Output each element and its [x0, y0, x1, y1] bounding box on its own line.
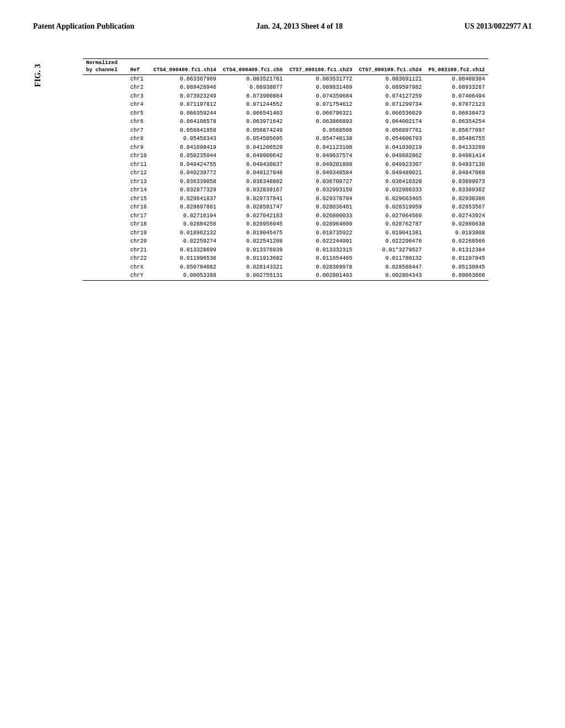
- cell-r8-c5: 0.041030219: [355, 143, 425, 152]
- cell-r14-c0: [83, 195, 127, 204]
- cell-r16-c0: [83, 212, 127, 221]
- cell-r13-c2: 0.032877329: [150, 186, 220, 195]
- figure-label: FIG. 3: [33, 64, 42, 87]
- cell-r2-c6: 0.07406494: [425, 92, 488, 101]
- table-row: chrY0.000533880.0027551310.0028014930.00…: [83, 271, 488, 280]
- cell-r15-c5: 0.028319959: [355, 203, 425, 212]
- cell-r15-c2: 0.028697801: [150, 203, 220, 212]
- cell-r12-c6: 0.03609073: [425, 178, 488, 186]
- col-header-cts4-ch5: CTS4_090409.fc1.ch5: [220, 59, 286, 75]
- cell-r12-c1: chr13: [127, 178, 150, 186]
- cell-r13-c5: 0.032986333: [355, 186, 425, 195]
- cell-r17-c5: 0.028762787: [355, 220, 425, 229]
- cell-r3-c3: 0.071244552: [220, 100, 286, 109]
- cell-r11-c1: chr12: [127, 169, 150, 178]
- header-right: US 2013/0022977 A1: [465, 22, 532, 31]
- publication-title: Patent Application Publication: [33, 22, 135, 30]
- col-header-p5-ch12: P5_082109.fc2.ch12: [425, 59, 488, 75]
- cell-r20-c1: chr21: [127, 246, 150, 255]
- cell-r5-c3: 0.063971642: [220, 117, 286, 126]
- table-row: chr160.0286978010.0285917470.0280364010.…: [83, 203, 488, 212]
- cell-r23-c5: 0.002804343: [355, 271, 425, 280]
- cell-r12-c0: [83, 178, 127, 186]
- cell-r17-c6: 0.02860638: [425, 220, 488, 229]
- cell-r5-c2: 0.064106578: [150, 117, 220, 126]
- cell-r6-c0: [83, 126, 127, 135]
- cell-r13-c3: 0.032839167: [220, 186, 286, 195]
- cell-r0-c1: chr1: [127, 74, 150, 83]
- cell-r13-c4: 0.032993159: [286, 186, 355, 195]
- table-row: chr30.0739232490.0739008840.0743596840.0…: [83, 92, 488, 101]
- cell-r3-c6: 0.07072123: [425, 100, 488, 109]
- cell-r8-c6: 0.04133269: [425, 143, 488, 152]
- cell-r21-c3: 0.011913682: [220, 254, 286, 263]
- table-row: chr100.0502359440.0499006420.0496375740.…: [83, 152, 488, 160]
- cell-r22-c2: 0.050704082: [150, 263, 220, 272]
- col-header-cts4-ch14: CTS4_090409.fc1.ch14: [150, 59, 220, 75]
- cell-r11-c4: 0.049348584: [286, 169, 355, 178]
- cell-r15-c4: 0.028036401: [286, 203, 355, 212]
- cell-r16-c5: 0.027064569: [355, 212, 425, 221]
- cell-r8-c4: 0.041123108: [286, 143, 355, 152]
- cell-r10-c6: 0.04937136: [425, 160, 488, 169]
- cell-r2-c3: 0.073900884: [220, 92, 286, 101]
- cell-r6-c6: 0.05677697: [425, 126, 488, 135]
- cell-r3-c1: chr4: [127, 100, 150, 109]
- cell-r2-c4: 0.074359684: [286, 92, 355, 101]
- cell-r5-c0: [83, 117, 127, 126]
- cell-r22-c3: 0.028143321: [220, 263, 286, 272]
- cell-r6-c4: 0.0568506: [286, 126, 355, 135]
- table-row: chr130.0363390580.0363488020.0367087270.…: [83, 178, 488, 186]
- table-row: chr110.0494247550.0494308370.0492018980.…: [83, 160, 488, 169]
- cell-r22-c1: chrX: [127, 263, 150, 272]
- cell-r18-c1: chr19: [127, 229, 150, 238]
- table-row: chr150.0296418370.0297378410.0293787040.…: [83, 195, 488, 204]
- cell-r5-c6: 0.06354254: [425, 117, 488, 126]
- cell-r18-c2: 0.018962132: [150, 229, 220, 238]
- cell-r21-c4: 0.011654465: [286, 254, 355, 263]
- col-header-cts7-ch24: CTS7_090109.fc1.ch24: [355, 59, 425, 75]
- cell-r21-c5: 0.011780132: [355, 254, 425, 263]
- cell-r4-c5: 0.066536029: [355, 109, 425, 118]
- cell-r7-c2: 0.05458343: [150, 135, 220, 143]
- cell-r10-c4: 0.049201898: [286, 160, 355, 169]
- cell-r18-c3: 0.019045475: [220, 229, 286, 238]
- cell-r10-c1: chr11: [127, 160, 150, 169]
- cell-r22-c6: 0.05130845: [425, 263, 488, 272]
- cell-r20-c3: 0.013376939: [220, 246, 286, 255]
- cell-r11-c0: [83, 169, 127, 178]
- cell-r23-c4: 0.002801493: [286, 271, 355, 280]
- table-row: chr170.027161940.0270421830.0268000330.0…: [83, 212, 488, 221]
- table-row: chr200.022592740.0225412080.0222449910.0…: [83, 237, 488, 246]
- cell-r23-c0: [83, 271, 127, 280]
- cell-r6-c5: 0.056897761: [355, 126, 425, 135]
- table-row: chr190.0189621320.0190454750.0187359220.…: [83, 229, 488, 238]
- cell-r9-c6: 0.04981414: [425, 152, 488, 160]
- cell-r1-c0: [83, 83, 127, 92]
- cell-r14-c3: 0.029737841: [220, 195, 286, 204]
- cell-r8-c1: chr9: [127, 143, 150, 152]
- cell-r23-c3: 0.002755131: [220, 271, 286, 280]
- header-center: Jan. 24, 2013 Sheet 4 of 18: [256, 22, 343, 31]
- cell-r9-c5: 0.049882862: [355, 152, 425, 160]
- cell-r1-c3: 0.08938077: [220, 83, 286, 92]
- cell-r14-c6: 0.02930306: [425, 195, 488, 204]
- cell-r19-c6: 0.02268566: [425, 237, 488, 246]
- cell-r17-c1: chr18: [127, 220, 150, 229]
- cell-r0-c6: 0.08408304: [425, 74, 488, 83]
- cell-r0-c3: 0.083521761: [220, 74, 286, 83]
- cell-r17-c3: 0.028956945: [220, 220, 286, 229]
- cell-r21-c1: chr22: [127, 254, 150, 263]
- cell-r8-c0: [83, 143, 127, 152]
- cell-r7-c1: chr8: [127, 135, 150, 143]
- cell-r13-c0: [83, 186, 127, 195]
- cell-r15-c0: [83, 203, 127, 212]
- col-header-ref: Ref: [127, 59, 150, 75]
- cell-r15-c6: 0.02853567: [425, 203, 488, 212]
- cell-r10-c2: 0.049424755: [150, 160, 220, 169]
- col-header-normalized: Normalizedby channel: [83, 59, 127, 75]
- cell-r14-c1: chr15: [127, 195, 150, 204]
- cell-r7-c4: 0.054748138: [286, 135, 355, 143]
- cell-r6-c1: chr7: [127, 126, 150, 135]
- cell-r8-c3: 0.041206529: [220, 143, 286, 152]
